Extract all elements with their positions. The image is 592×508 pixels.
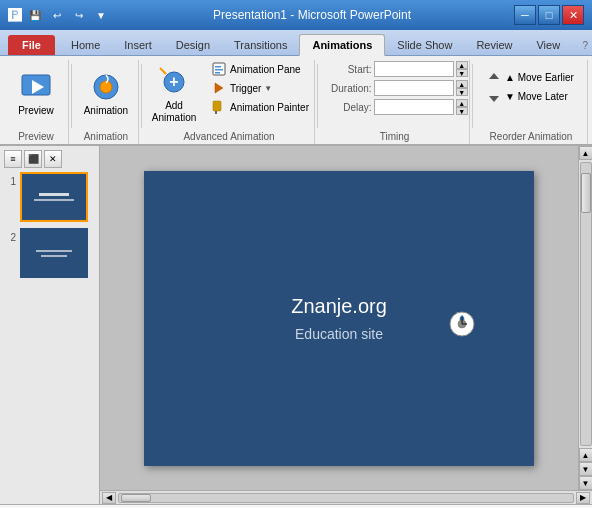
maximize-button[interactable]: □: [538, 5, 560, 25]
tab-animations[interactable]: Animations: [299, 34, 385, 56]
duration-down[interactable]: ▼: [456, 88, 468, 96]
qat-save[interactable]: 💾: [26, 6, 44, 24]
close-button[interactable]: ✕: [562, 5, 584, 25]
panel-btn-2[interactable]: ⬛: [24, 150, 42, 168]
ribbon-group-advanced: + AddAnimation Ani: [144, 60, 315, 144]
workspace-container: Znanje.org Education site ↖ ▲ ▲ ▼ ▼: [100, 146, 592, 490]
trigger-arrow: ▼: [264, 84, 272, 93]
slide-num-1: 1: [4, 176, 16, 187]
slide-canvas: Znanje.org Education site ↖: [144, 171, 534, 466]
sep1: [71, 64, 72, 128]
slide-thumb-2[interactable]: 2: [4, 228, 95, 278]
tab-design[interactable]: Design: [164, 35, 222, 55]
timing-group-label: Timing: [320, 131, 469, 142]
v-scroll-track: [580, 162, 592, 446]
h-scroll-thumb[interactable]: [121, 494, 151, 502]
v-scroll-next-slide[interactable]: ▼: [579, 462, 593, 476]
v-scroll-up[interactable]: ▲: [579, 146, 593, 160]
h-scrollbar: ◀ ▶: [100, 490, 592, 504]
animation-pane-button[interactable]: Animation Pane: [206, 60, 314, 78]
start-down[interactable]: ▼: [456, 69, 468, 77]
preview-group-label: Preview: [4, 131, 68, 142]
v-scroll-bottom-btns: ▲ ▼: [579, 448, 593, 476]
add-animation-button[interactable]: + AddAnimation: [144, 65, 204, 125]
slide-thumb-content-2: [22, 230, 86, 276]
slide-mini-lines-1: [28, 193, 79, 201]
v-scroll-down[interactable]: ▼: [579, 476, 593, 490]
svg-marker-13: [489, 73, 499, 79]
move-earlier-label: ▲ Move Earlier: [505, 72, 574, 83]
ribbon-group-animation: Animation Animation: [74, 60, 139, 144]
animation-button[interactable]: Animation: [80, 64, 132, 124]
slide-panel: ≡ ⬛ ✕ 1 2: [0, 146, 100, 504]
qat-undo[interactable]: ↩: [48, 6, 66, 24]
delay-label: Delay:: [322, 102, 372, 113]
add-animation-label: AddAnimation: [152, 100, 196, 124]
animation-label: Animation: [84, 105, 128, 117]
delay-input[interactable]: [374, 99, 454, 115]
qat-redo[interactable]: ↪: [70, 6, 88, 24]
start-up[interactable]: ▲: [456, 61, 468, 69]
svg-rect-12: [215, 111, 217, 114]
help-icon[interactable]: ?: [582, 40, 588, 51]
sep2: [141, 64, 142, 128]
delay-up[interactable]: ▲: [456, 99, 468, 107]
notes-area: C: [0, 504, 592, 508]
panel-btn-1[interactable]: ≡: [4, 150, 22, 168]
delay-down[interactable]: ▼: [456, 107, 468, 115]
duration-label: Duration:: [322, 83, 372, 94]
move-later-button[interactable]: ▼ Move Later: [481, 88, 581, 106]
ribbon-group-preview: Preview Preview: [4, 60, 69, 144]
tab-home[interactable]: Home: [59, 35, 112, 55]
slide-thumb-content-1: [22, 174, 86, 220]
panel-toolbar: ≡ ⬛ ✕: [4, 150, 95, 168]
content-area: Znanje.org Education site ↖ ▲ ▲ ▼ ▼: [100, 146, 592, 504]
move-earlier-button[interactable]: ▲ Move Earlier: [481, 69, 581, 87]
qat-more[interactable]: ▼: [92, 6, 110, 24]
h-scroll-right[interactable]: ▶: [576, 492, 590, 504]
start-input[interactable]: [374, 61, 454, 77]
duration-up[interactable]: ▲: [456, 80, 468, 88]
animation-painter-button[interactable]: Animation Painter: [206, 98, 314, 116]
panel-close[interactable]: ✕: [44, 150, 62, 168]
tab-view[interactable]: View: [524, 35, 572, 55]
tab-file[interactable]: File: [8, 35, 55, 55]
move-later-label: ▼ Move Later: [505, 91, 568, 102]
svg-marker-10: [215, 83, 223, 93]
slide-num-2: 2: [4, 232, 16, 243]
slide-mini-line-4: [41, 255, 67, 257]
minimize-button[interactable]: ─: [514, 5, 536, 25]
h-scroll-left[interactable]: ◀: [102, 492, 116, 504]
tab-transitions[interactable]: Transitions: [222, 35, 299, 55]
advanced-group-label: Advanced Animation: [144, 131, 314, 142]
start-spinner: ▲ ▼: [456, 61, 468, 77]
preview-button[interactable]: Preview: [10, 64, 62, 124]
tab-insert[interactable]: Insert: [112, 35, 164, 55]
trigger-label: Trigger: [230, 83, 261, 94]
v-scroll-prev-slide[interactable]: ▲: [579, 448, 593, 462]
reorder-items: ▲ Move Earlier ▼ Move Later: [481, 60, 581, 142]
sep4: [472, 64, 473, 128]
window-title: Presentation1 - Microsoft PowerPoint: [213, 8, 411, 22]
v-scroll-thumb[interactable]: [581, 173, 591, 213]
animation-group-label: Animation: [74, 131, 138, 142]
tab-slideshow[interactable]: Slide Show: [385, 35, 464, 55]
slide-mini-lines-2: [28, 250, 79, 257]
v-scrollbar: ▲ ▲ ▼ ▼: [578, 146, 592, 490]
h-scroll-track: [118, 493, 574, 503]
trigger-button[interactable]: Trigger ▼: [206, 79, 314, 97]
delay-spinner: ▲ ▼: [456, 99, 468, 115]
reorder-group-label: Reorder Animation: [475, 131, 587, 142]
app-icon: 🅿: [8, 7, 22, 23]
preview-items: Preview: [10, 60, 62, 142]
timing-col: Start: ▲ ▼ Duration: ▲ ▼ Delay: [322, 60, 468, 130]
slide-image-1[interactable]: [20, 172, 88, 222]
title-bar-left: 🅿 💾 ↩ ↪ ▼: [8, 6, 110, 24]
animation-painter-icon: [211, 99, 227, 115]
slide-image-2[interactable]: [20, 228, 88, 278]
trigger-icon: [211, 80, 227, 96]
slide-thumb-1[interactable]: 1: [4, 172, 95, 222]
tab-review[interactable]: Review: [464, 35, 524, 55]
animation-items: Animation: [80, 60, 132, 142]
duration-input[interactable]: [374, 80, 454, 96]
